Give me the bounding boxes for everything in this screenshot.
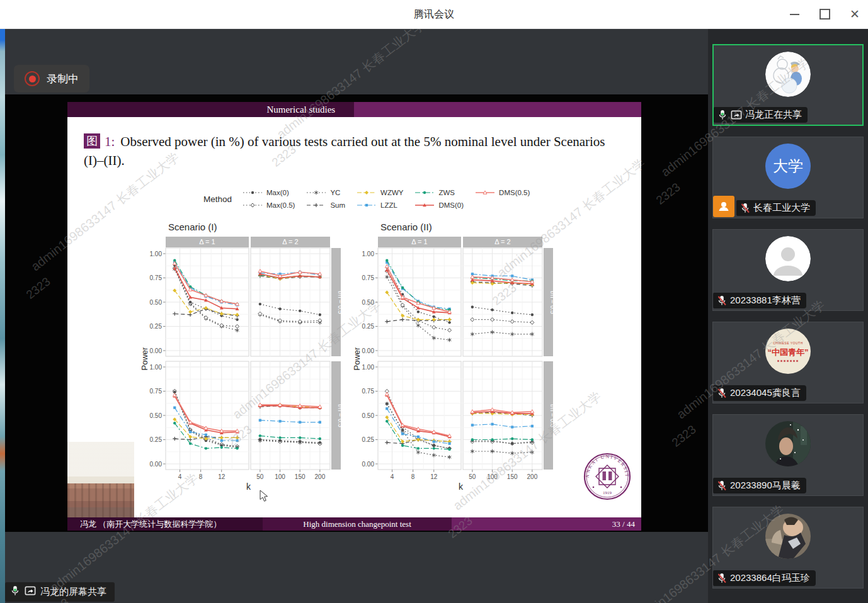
- mic-muted-icon: [717, 573, 727, 583]
- legend-title: Method: [203, 194, 232, 204]
- screen-share-icon: [731, 110, 742, 120]
- legend-item: DMS(0): [414, 201, 464, 210]
- legend-item: WZWY: [356, 188, 403, 197]
- footer-author: 冯龙 （南开大学统计与数据科学学院）: [67, 517, 263, 531]
- svg-text:0.00: 0.00: [150, 347, 163, 354]
- participants-sidebar: 冯龙正在共享 大学 长春工业大学 20233881李林营 CHINESE YOU…: [708, 28, 868, 603]
- svg-text:Power: Power: [140, 347, 149, 371]
- svg-text:0.75: 0.75: [362, 274, 375, 281]
- legend-item: Max(0.5): [242, 201, 295, 210]
- legend-key-YC: [306, 188, 327, 197]
- legend-item: Sum: [306, 201, 345, 210]
- svg-text:150: 150: [295, 473, 306, 480]
- legend-key-ZWS: [414, 188, 435, 197]
- screen-share-icon: [25, 586, 36, 595]
- legend-label: Max(0): [266, 189, 289, 196]
- participant-tile[interactable]: 大学 长春工业大学: [712, 137, 864, 218]
- section-title: Numerical studies: [67, 102, 535, 117]
- participant-tile[interactable]: CHINESE YOUTH“中国青年” 20234045龚良言: [712, 322, 864, 403]
- mic-on-icon: [10, 585, 20, 596]
- participant-tile[interactable]: 冯龙正在共享: [712, 44, 864, 126]
- svg-text:k: k: [246, 482, 251, 492]
- participant-tile[interactable]: 20233864白玛玉珍: [712, 507, 864, 589]
- legend-item: DMS(0.5): [474, 188, 530, 197]
- svg-text:8: 8: [199, 473, 203, 480]
- svg-text:1919: 1919: [603, 490, 612, 495]
- avatar-photo-male: [765, 421, 811, 466]
- presentation-slide: Numerical studies 图1:Observed power (in …: [67, 102, 641, 531]
- legend-key-DMS(0): [414, 201, 435, 210]
- legend-label: WZWY: [380, 189, 403, 196]
- participant-name-bar: 20234045龚良言: [713, 385, 806, 401]
- svg-text:0.25: 0.25: [362, 436, 375, 443]
- participant-tile[interactable]: 20233881李林营: [712, 229, 864, 311]
- mouse-cursor: [260, 490, 270, 502]
- svg-text:50: 50: [256, 473, 264, 480]
- svg-text:1.00: 1.00: [362, 251, 375, 257]
- participant-name: 冯龙正在共享: [745, 109, 802, 121]
- participant-name: 20233890马晨羲: [730, 480, 801, 492]
- svg-text:150: 150: [507, 473, 518, 480]
- legend-label: YC: [330, 189, 340, 196]
- svg-text:12: 12: [218, 473, 226, 480]
- svg-text:0.00: 0.00: [362, 347, 375, 354]
- faceted-line-charts: Scenario (I)Δ = 1Δ = 2Powerτ/n = 0.51.00…: [140, 222, 555, 493]
- mic-muted-icon: [717, 295, 727, 306]
- participant-name-bar: 20233864白玛玉珍: [713, 570, 816, 586]
- campus-building-photo: [67, 442, 134, 517]
- avatar: CHINESE YOUTH“中国青年”: [765, 329, 811, 374]
- legend-label: DMS(0): [438, 201, 464, 209]
- svg-text:1.00: 1.00: [362, 364, 375, 371]
- host-badge-icon: [713, 196, 734, 217]
- legend-label: Sum: [330, 201, 345, 209]
- recording-label: 录制中: [47, 72, 79, 86]
- avatar: 大学: [765, 144, 811, 189]
- participant-name-bar: 20233890马晨羲: [713, 478, 806, 493]
- maximize-button[interactable]: [819, 9, 830, 20]
- figure-caption-text: Observed power (in %) of various tests c…: [84, 134, 605, 168]
- svg-text:4: 4: [391, 473, 394, 480]
- slide-footer: 冯龙 （南开大学统计与数据科学学院） High dimension change…: [67, 517, 641, 531]
- window-title: 腾讯会议: [0, 0, 868, 28]
- svg-text:Δ = 1: Δ = 1: [199, 238, 215, 245]
- participant-name: 20233864白玛玉珍: [730, 572, 810, 584]
- legend-key-DMS(0.5): [474, 188, 496, 197]
- participant-name: 20233881李林营: [730, 295, 801, 307]
- share-banner-label: 冯龙的屏幕共享: [40, 586, 106, 598]
- legend-entries: Max(0)Max(0.5)YCSumWZWYLZZLZWSDMS(0)DMS(…: [242, 186, 530, 211]
- legend-key-LZZL: [356, 201, 377, 210]
- legend-item: YC: [306, 188, 345, 197]
- legend-label: ZWS: [438, 189, 455, 196]
- svg-text:8: 8: [411, 473, 415, 480]
- avatar: [765, 514, 811, 559]
- legend-key-Max(0.5): [242, 201, 263, 210]
- svg-text:12: 12: [430, 473, 438, 480]
- participant-name-bar: 冯龙正在共享: [714, 107, 808, 123]
- legend-item: ZWS: [414, 188, 464, 197]
- minimize-button[interactable]: [789, 9, 800, 20]
- svg-text:0.75: 0.75: [362, 388, 375, 395]
- screen-share-icon: [25, 586, 36, 598]
- svg-text:Δ = 2: Δ = 2: [282, 238, 298, 245]
- svg-text:200: 200: [315, 473, 326, 480]
- svg-text:0.50: 0.50: [362, 299, 375, 306]
- svg-text:0.50: 0.50: [150, 299, 163, 306]
- recording-indicator[interactable]: 录制中: [14, 65, 89, 93]
- participant-tile[interactable]: 20233890马晨羲: [712, 414, 864, 496]
- mic-muted-icon: [740, 203, 750, 213]
- legend-key-Sum: [306, 201, 327, 210]
- svg-text:200: 200: [527, 473, 538, 480]
- participant-name: 20234045龚良言: [730, 387, 801, 399]
- close-button[interactable]: ✕: [849, 9, 860, 20]
- svg-text:0.25: 0.25: [150, 323, 163, 330]
- figure-number: 1:: [105, 134, 115, 149]
- svg-text:1.00: 1.00: [150, 251, 163, 257]
- svg-text:0.50: 0.50: [150, 412, 163, 419]
- legend-item: LZZL: [356, 201, 403, 210]
- mic-muted-icon: [717, 480, 727, 491]
- participant-name-bar: 长春工业大学: [736, 200, 816, 216]
- svg-text:τ/n = 0.3: τ/n = 0.3: [549, 403, 556, 427]
- figure-badge: 图: [84, 133, 100, 149]
- legend-key-WZWY: [356, 188, 377, 197]
- avatar-default-silhouette: [765, 236, 811, 281]
